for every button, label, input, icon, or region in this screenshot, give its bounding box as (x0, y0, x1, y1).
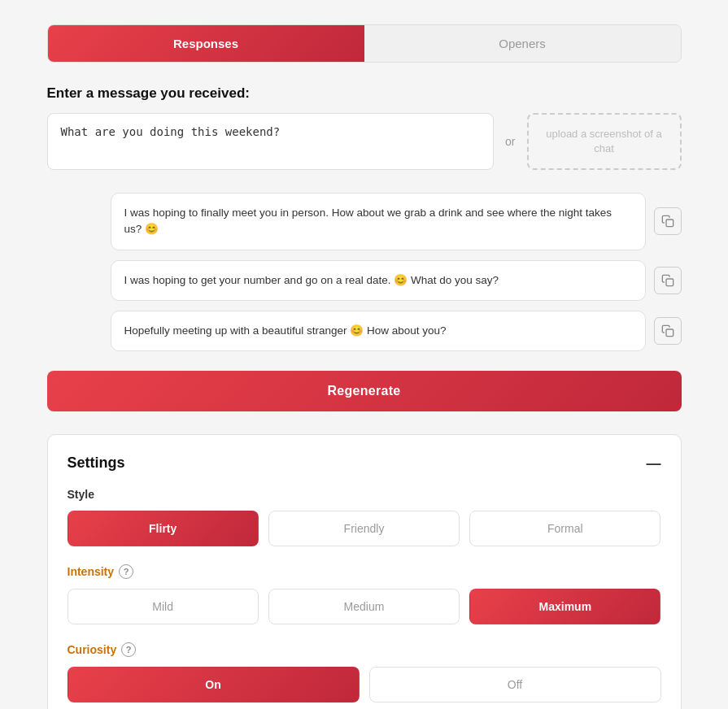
section-label: Enter a message you received: (47, 85, 682, 102)
upload-chat-screenshot[interactable]: upload a screenshot of a chat (527, 113, 682, 170)
curiosity-option-on[interactable]: On (68, 667, 360, 702)
or-label: or (505, 135, 515, 148)
style-options: Flirty Friendly Formal (68, 511, 661, 546)
main-container: Responses Openers Enter a message you re… (47, 24, 682, 709)
settings-title: Settings (68, 455, 125, 472)
curiosity-label: Curiosity ? (68, 642, 661, 657)
style-label: Style (68, 488, 661, 501)
response-row: Hopefully meeting up with a beautiful st… (111, 311, 682, 351)
response-bubble-1: I was hoping to finally meet you in pers… (111, 193, 646, 250)
curiosity-option-off[interactable]: Off (369, 667, 661, 702)
response-bubble-3: Hopefully meeting up with a beautiful st… (111, 311, 646, 351)
intensity-option-mild[interactable]: Mild (68, 589, 259, 624)
minimize-button[interactable]: — (647, 456, 661, 471)
curiosity-help-icon[interactable]: ? (121, 642, 136, 657)
copy-button-2[interactable] (654, 267, 682, 294)
intensity-option-maximum[interactable]: Maximum (469, 589, 660, 624)
regenerate-button[interactable]: Regenerate (47, 371, 682, 411)
intensity-option-medium[interactable]: Medium (268, 589, 460, 624)
tab-openers[interactable]: Openers (364, 25, 681, 62)
response-row: I was hoping to get your number and go o… (111, 260, 682, 301)
copy-button-3[interactable] (654, 317, 682, 345)
settings-header: Settings — (68, 455, 661, 472)
response-bubble-2: I was hoping to get your number and go o… (111, 260, 646, 301)
input-row: What are you doing this weekend? or uplo… (47, 113, 682, 170)
style-section: Style Flirty Friendly Formal (68, 488, 661, 546)
svg-rect-2 (666, 329, 674, 337)
curiosity-section: Curiosity ? On Off (68, 642, 661, 702)
responses-list: I was hoping to finally meet you in pers… (47, 193, 682, 351)
intensity-options: Mild Medium Maximum (68, 589, 661, 624)
style-option-formal[interactable]: Formal (469, 511, 660, 546)
style-option-flirty[interactable]: Flirty (68, 511, 259, 546)
tab-responses[interactable]: Responses (48, 25, 364, 62)
message-input[interactable]: What are you doing this weekend? (47, 113, 495, 170)
tab-bar: Responses Openers (47, 24, 682, 63)
settings-panel: Settings — Style Flirty Friendly Formal … (47, 434, 682, 709)
intensity-section: Intensity ? Mild Medium Maximum (68, 564, 661, 624)
svg-rect-1 (666, 279, 674, 286)
curiosity-options: On Off (68, 667, 661, 702)
copy-button-1[interactable] (654, 207, 682, 235)
style-option-friendly[interactable]: Friendly (268, 511, 460, 546)
svg-rect-0 (666, 220, 674, 227)
intensity-help-icon[interactable]: ? (119, 564, 133, 579)
response-row: I was hoping to finally meet you in pers… (111, 193, 682, 250)
intensity-label: Intensity ? (68, 564, 661, 579)
